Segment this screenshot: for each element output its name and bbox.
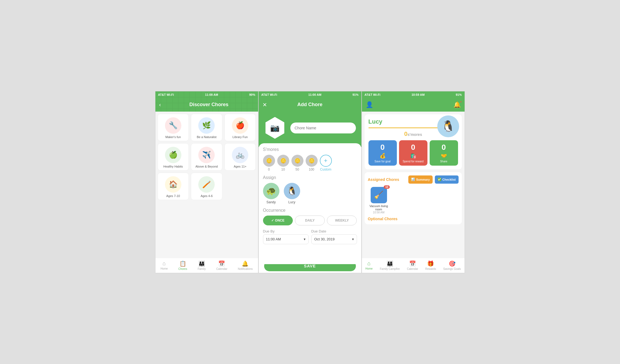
due-by-label: Due By (263, 229, 309, 233)
coin-50-value: 50 (296, 168, 299, 171)
assign-lucy[interactable]: 🐧 Lucy (284, 183, 300, 204)
nav-home-3[interactable]: ⌂ Home (363, 259, 375, 271)
spend-reward-number: 0 (411, 143, 415, 152)
stat-save-goal[interactable]: 0 💰 Save for goal (368, 140, 397, 166)
due-row: Due By 11:00 AM ▾ Due Date Oct 30, 2019 … (263, 229, 357, 244)
close-button[interactable]: ✕ (262, 102, 267, 108)
screen-discover-chores: AT&T Wi-Fi 11:08 AM 90% ‹ Discover Chore… (155, 91, 258, 273)
home-icon-3: ⌂ (367, 260, 371, 267)
coin-10-icon: 🪙 (277, 155, 289, 167)
camera-button[interactable]: 📷 (264, 117, 286, 139)
screen-add-chore: AT&T Wi-Fi 11:00 AM 91% ✕ Add Chore 📷 S'… (258, 91, 362, 273)
back-button[interactable]: ‹ (159, 102, 161, 108)
smores-50[interactable]: 🪙 50 (291, 155, 303, 171)
nav-savings-goals-label-3: Savings Goals (443, 267, 461, 270)
status-bar-3: AT&T Wi-Fi 10:59 AM 91% (362, 91, 465, 98)
nav-notifications-1[interactable]: 🔔 Notifications (236, 259, 255, 271)
nav-savings-goals-3[interactable]: 🎯 Savings Goals (441, 259, 463, 271)
chore-label-makers-fun: Maker's fun (166, 135, 181, 139)
sandy-name: Sandy (266, 200, 276, 204)
chore-icon-makers-fun: 🔧 (165, 117, 181, 134)
screen2-header: ✕ Add Chore (259, 98, 361, 112)
nav-family-1[interactable]: 👨‍👩‍👧 Family (196, 259, 208, 271)
nav-rewards-label-3: Rewards (425, 267, 436, 270)
chore-card-healthy-habits[interactable]: 🍏 Healthy Habits (158, 143, 189, 171)
coin-10-value: 10 (281, 168, 285, 171)
add-chore-body: S'mores 🪙 0 🪙 10 🪙 50 🪙 100 (259, 143, 361, 264)
assign-section: Assign 🐢 Sandy 🐧 Lucy (263, 175, 357, 204)
screen3-header: 👤 🔔● (362, 98, 465, 112)
stat-share[interactable]: 0 🤝 Share (430, 140, 458, 166)
screen1-header: ‹ Discover Chores (155, 98, 258, 112)
nav-calendar-3[interactable]: 📅 Calendar (405, 259, 420, 271)
chevron-down-icon-1: ▾ (304, 237, 306, 241)
assigned-chores-title: Assigned Chores (368, 177, 406, 182)
add-chore-title: Add Chore (297, 102, 323, 108)
assign-sandy[interactable]: 🐢 Sandy (263, 183, 279, 204)
share-icon: 🤝 (441, 153, 447, 159)
smores-0[interactable]: 🪙 0 (263, 155, 275, 171)
coin-0-icon: 🪙 (263, 155, 275, 167)
nav-calendar-label-1: Calendar (216, 267, 228, 270)
due-date-dropdown[interactable]: Oct 30, 2019 ▾ (311, 234, 357, 244)
chore-card-library-fun[interactable]: 🍎 Library Fun (225, 114, 256, 141)
stat-spend-reward[interactable]: 0 🛍️ Spend for reward (399, 140, 427, 166)
family-campfire-icon-3: 👨‍👩‍👧 (386, 260, 393, 267)
nav-calendar-1[interactable]: 📅 Calendar (214, 259, 230, 271)
home-icon-1: ⌂ (163, 260, 166, 267)
occurrence-daily[interactable]: DAILY (295, 216, 325, 225)
smores-10[interactable]: 🪙 10 (277, 155, 289, 171)
notification-bell-icon[interactable]: 🔔● (453, 101, 461, 108)
bottom-nav-3: ⌂ Home 👨‍👩‍👧 Family Campfire 📅 Calendar … (362, 258, 465, 273)
chore-card-ages-7-10[interactable]: 🏠 Ages 7-10 (158, 173, 189, 200)
tab-summary[interactable]: 📊 Summary (408, 175, 432, 184)
chore-card-ages-11plus[interactable]: 🚲 Ages 11+ (225, 143, 256, 171)
chore-label-ages-4-6: Ages 4-6 (200, 194, 212, 198)
chore-item-vacuum[interactable]: 🧹 10 Vacuum living room 10:58 AM (368, 187, 390, 214)
screen-lucy-profile: AT&T Wi-Fi 10:59 AM 91% 👤 🔔● Lucy 🐧 0s'm… (362, 91, 465, 273)
due-by-dropdown[interactable]: 11:00 AM ▾ (263, 234, 309, 244)
checklist-label: Checklist (442, 178, 456, 181)
chore-card-above-beyond[interactable]: ✈️ Above & Beyond (191, 143, 222, 171)
chore-label-ages-7-10: Ages 7-10 (166, 194, 180, 198)
nav-family-campfire-3[interactable]: 👨‍👩‍👧 Family Campfire (378, 259, 402, 271)
spend-reward-label: Spend for reward (403, 160, 424, 163)
chore-name-input[interactable] (290, 123, 356, 133)
nav-rewards-3[interactable]: 🎁 Rewards (423, 259, 438, 271)
occurrence-weekly[interactable]: WEEKLY (327, 216, 357, 225)
occurrence-options: ✓ ONCE DAILY WEEKLY (263, 216, 357, 225)
smores-options: 🪙 0 🪙 10 🪙 50 🪙 100 + Custom (263, 155, 357, 171)
occurrence-label: Occurrence (263, 208, 357, 213)
nav-chores-1[interactable]: 📋 Chores (176, 259, 189, 271)
occurrence-section: Occurrence ✓ ONCE DAILY WEEKLY (263, 208, 357, 225)
tab-checklist[interactable]: ✅ Checklist (435, 175, 459, 184)
smores-100[interactable]: 🪙 100 (306, 155, 318, 171)
occurrence-once[interactable]: ✓ ONCE (263, 216, 293, 225)
chore-label-healthy-habits: Healthy Habits (163, 165, 183, 168)
assign-label: Assign (263, 175, 357, 180)
chore-card-makers-fun[interactable]: 🔧 Maker's fun (158, 114, 189, 141)
smores-custom[interactable]: + Custom (320, 155, 332, 171)
optional-chores-label: Optional Chores (368, 217, 459, 221)
chore-grid: 🔧 Maker's fun 🌿 Be a Naturalist 🍎 Librar… (158, 114, 256, 200)
chores-grid-container: 🔧 Maker's fun 🌿 Be a Naturalist 🍎 Librar… (155, 112, 258, 258)
lucy-avatar-profile: 🐧 (437, 115, 459, 137)
save-goal-number: 0 (380, 143, 385, 152)
coin-50-icon: 🪙 (291, 155, 303, 167)
checkmark-icon: ✓ (271, 219, 274, 222)
time-1: 11:08 AM (205, 93, 218, 96)
profile-card: Lucy 🐧 0s'mores 0 💰 Save for goal 0 🛍️ (365, 114, 462, 169)
weekly-label: WEEKLY (335, 219, 349, 222)
spend-reward-icon: 🛍️ (410, 153, 416, 159)
chore-icon-ages-11plus: 🚲 (232, 147, 248, 163)
once-label: ONCE (275, 219, 285, 222)
save-goal-label: Save for goal (374, 160, 391, 163)
smores-suffix: s'mores (408, 132, 422, 137)
assign-avatars: 🐢 Sandy 🐧 Lucy (263, 183, 357, 204)
save-goal-icon: 💰 (380, 153, 386, 159)
chore-card-ages-4-6[interactable]: 🪥 Ages 4-6 (191, 173, 222, 200)
due-date-field: Due Date Oct 30, 2019 ▾ (311, 229, 357, 244)
nav-home-1[interactable]: ⌂ Home (158, 259, 170, 271)
chore-card-be-naturalist[interactable]: 🌿 Be a Naturalist (191, 114, 222, 141)
carrier-2: AT&T Wi-Fi (261, 93, 277, 96)
